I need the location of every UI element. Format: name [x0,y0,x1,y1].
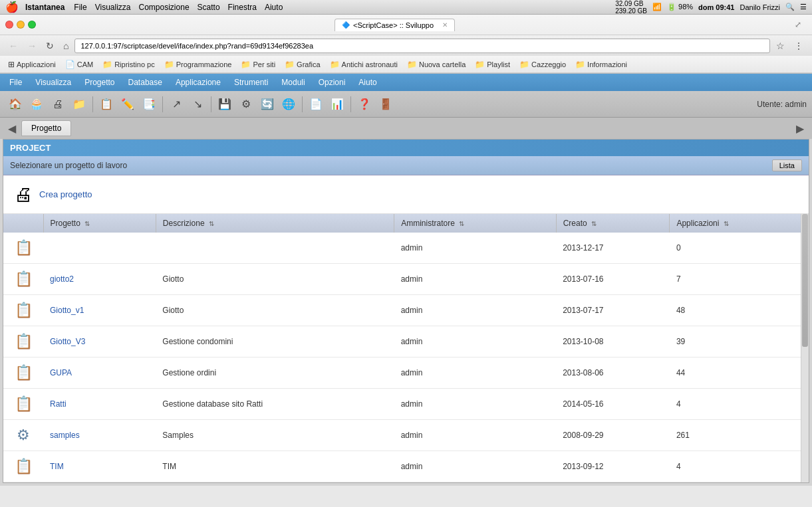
th-amministratore[interactable]: Amministratore ⇅ [394,214,556,233]
bookmark-nuova[interactable]: 📁 Nuova cartella [404,59,468,70]
sc-menu-visualizza[interactable]: Visualizza [29,76,78,89]
toolbar-arrow-btn[interactable]: ↗ [166,94,186,114]
browser-tab[interactable]: 🔷 <ScriptCase> :: Sviluppo ✕ [335,19,455,31]
sc-menu-opzioni[interactable]: Opzioni [312,76,352,89]
th-progetto[interactable]: Progetto ⇅ [43,214,156,233]
row-project-name[interactable]: GUPA [43,357,156,389]
sc-menu-strumenti[interactable]: Strumenti [227,76,275,89]
reload-button[interactable]: ↻ [43,39,57,52]
maximize-button[interactable] [28,21,36,29]
project-name-link[interactable]: Giotto_V3 [50,337,85,346]
toolbar-new-app-btn[interactable]: 🧁 [27,94,47,114]
toolbar-gear2-btn[interactable]: 🔄 [257,94,277,114]
th-applicazioni[interactable]: Applicazioni ⇅ [670,214,809,233]
lista-button[interactable]: Lista [772,159,802,171]
bookmark-star[interactable]: ☆ [773,39,788,52]
th-descrizione[interactable]: Descrizione ⇅ [156,214,394,233]
sc-menu-file[interactable]: File [3,76,29,89]
project-header: PROJECT [3,140,809,156]
row-project-name[interactable]: TIM [43,451,156,482]
table-row[interactable]: 📋TIMTIMadmin2013-09-124 [3,451,809,482]
toolbar-save-btn[interactable]: 💾 [215,94,235,114]
mac-menu-scatto[interactable]: Scatto [198,3,220,12]
forward-button[interactable]: → [24,39,40,52]
resize-icon[interactable]: ⤢ [795,20,801,29]
browser-menu-button[interactable]: ⋮ [791,39,807,52]
apple-menu[interactable]: 🍎 [5,1,19,13]
scrollbar-thumb[interactable] [802,214,808,347]
table-row[interactable]: 📋RattiGestione database sito Rattiadmin2… [3,389,809,420]
address-bar[interactable]: 127.0.0.1:97/scriptcase/devel/iface/inde… [74,39,770,53]
row-project-name[interactable]: Giotto_V3 [43,326,156,357]
row-project-name[interactable] [43,233,156,264]
project-name-link[interactable]: GUPA [50,368,72,377]
minimize-button[interactable] [17,21,25,29]
toolbar-edit-btn[interactable]: ✏️ [118,94,138,114]
nav-next-arrow[interactable]: ▶ [793,121,807,136]
browser-titlebar: 🔷 <ScriptCase> :: Sviluppo ✕ ⤢ [0,15,812,35]
close-button[interactable] [5,21,13,29]
sc-menu-moduli[interactable]: Moduli [275,76,311,89]
bookmark-cam[interactable]: 📄 CAM [63,59,96,70]
sc-menu-applicazione[interactable]: Applicazione [169,76,227,89]
table-row[interactable]: ⚙samplesSamplesadmin2008-09-29261 [3,420,809,451]
toolbar-settings-btn[interactable]: ⚙ [236,94,256,114]
toolbar-copy-btn[interactable]: 📑 [139,94,159,114]
row-apps-count: 7 [670,264,809,295]
row-table-icon: 📋 [15,395,33,412]
row-project-name[interactable]: Ratti [43,389,156,420]
mac-menu-composizione[interactable]: Composizione [139,3,190,12]
mac-menu-finestra[interactable]: Finestra [228,3,257,12]
sc-menu-database[interactable]: Database [122,76,169,89]
playlist-folder-icon: 📁 [475,60,485,69]
table-row[interactable]: 📋admin2013-12-170 [3,233,809,264]
browser-chrome: 🔷 <ScriptCase> :: Sviluppo ✕ ⤢ ← → ↻ ⌂ 1… [0,15,812,74]
toolbar-exit-btn[interactable]: 🚪 [376,94,396,114]
menu-icon[interactable]: ☰ [800,3,807,11]
bookmark-persiti[interactable]: 📁 Per siti [238,59,278,70]
progetto-panel-tab[interactable]: Progetto [21,120,71,136]
toolbar-help-btn[interactable]: ❓ [354,94,374,114]
sc-menu-progetto[interactable]: Progetto [78,76,121,89]
row-project-name[interactable]: samples [43,420,156,451]
nav-prev-arrow[interactable]: ◀ [5,121,19,136]
toolbar-list-btn[interactable]: 📊 [327,94,347,114]
project-name-link[interactable]: giotto2 [50,274,74,284]
mac-menu-file[interactable]: File [74,3,86,12]
row-project-name[interactable]: Giotto_v1 [43,295,156,326]
bookmark-informazioni[interactable]: 📁 Informazioni [573,59,630,70]
toolbar-globe-btn[interactable]: 🌐 [279,94,299,114]
row-project-name[interactable]: giotto2 [43,264,156,295]
table-row[interactable]: 📋Giotto_V3Gestione condominiadmin2013-10… [3,326,809,357]
table-row[interactable]: 📋GUPAGestione ordiniadmin2013-08-0644 [3,357,809,389]
toolbar-folder-btn[interactable]: 📁 [69,94,89,114]
project-name-link[interactable]: TIM [50,462,64,471]
table-scrollbar[interactable] [801,214,809,482]
toolbar-home-btn[interactable]: 🏠 [5,94,25,114]
sc-menu-aiuto[interactable]: Aiuto [352,76,383,89]
create-project-link[interactable]: Crea progetto [39,189,92,199]
bookmark-playlist[interactable]: 📁 Playlist [472,59,513,70]
th-creato[interactable]: Creato ⇅ [556,214,670,233]
mac-menu-aiuto[interactable]: Aiuto [265,3,283,12]
table-row[interactable]: 📋Giotto_v1Giottoadmin2013-07-1748 [3,295,809,326]
project-name-link[interactable]: Giotto_v1 [50,306,84,315]
bookmark-cazzeggio[interactable]: 📁 Cazzeggio [517,59,569,70]
table-row[interactable]: 📋giotto2Giottoadmin2013-07-167 [3,264,809,295]
mac-menu-visualizza[interactable]: Visualizza [95,3,131,12]
bookmark-antichi[interactable]: 📁 Antichi astronauti [327,59,400,70]
bookmark-applicazioni[interactable]: ⊞ Applicazioni [5,59,59,70]
bookmark-programmazione[interactable]: 📁 Programmazione [162,59,235,70]
bookmark-grafica[interactable]: 📁 Grafica [282,59,323,70]
project-name-link[interactable]: samples [50,431,80,440]
search-mac-icon[interactable]: 🔍 [785,3,795,11]
toolbar-doc2-btn[interactable]: 📄 [306,94,326,114]
back-button[interactable]: ← [5,39,21,52]
bookmark-ripristino[interactable]: 📁 Ripristino pc [100,59,158,70]
toolbar-doc-btn[interactable]: 📋 [96,94,116,114]
toolbar-print-btn[interactable]: 🖨 [48,94,68,114]
toolbar-arrow2-btn[interactable]: ↘ [188,94,207,114]
project-name-link[interactable]: Ratti [50,399,67,409]
tab-close-button[interactable]: ✕ [442,21,448,29]
home-button[interactable]: ⌂ [60,39,72,52]
